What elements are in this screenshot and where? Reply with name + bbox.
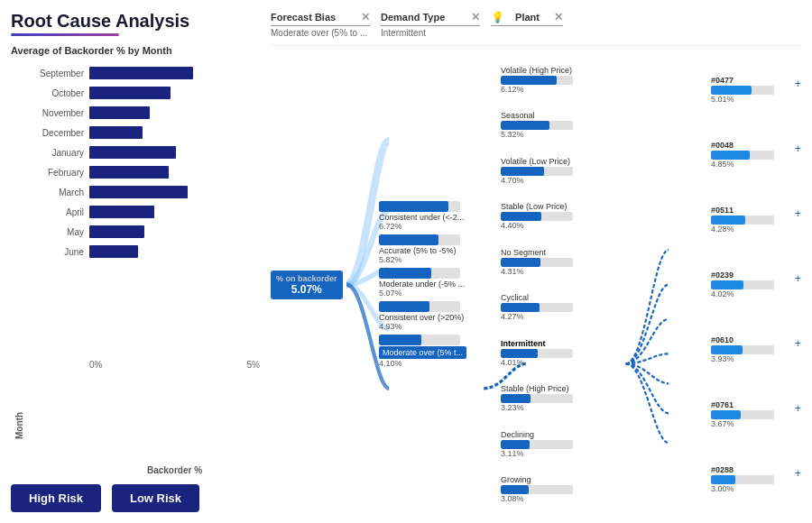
plant-node: #0048 4.85% + (711, 141, 792, 169)
demand-type-value: Intermittent (381, 28, 480, 38)
demand-type-node: Seasonal 5.32% (501, 111, 591, 139)
demand-type-filter: Demand Type ✕ Intermittent (381, 11, 480, 38)
bar-row: September (25, 63, 260, 83)
bar-row: June (25, 242, 260, 262)
bar-row: April (25, 202, 260, 222)
risk-buttons: High Risk Low Risk (11, 484, 263, 512)
title-underline (11, 33, 119, 36)
bar-row: December (25, 123, 260, 142)
plant-node-expand[interactable]: + (795, 467, 801, 480)
demand-type-node: Stable (Low Price) 4.40% (501, 202, 591, 230)
forecast-bias-nodes: Consistent under (<-2... 6.72% Accurate … (379, 57, 466, 512)
forecast-bias-filter: Forecast Bias ✕ Moderate over (5% to ... (271, 11, 370, 38)
demand-type-node: No Segment 4.31% (501, 248, 591, 276)
demand-type-nodes: Volatile (High Price) 6.12% Seasonal 5.3… (501, 57, 600, 512)
high-risk-button[interactable]: High Risk (11, 484, 101, 512)
fc-node: Consistent over (>20%) 4.93% (379, 301, 466, 331)
low-risk-button[interactable]: Low Risk (112, 484, 199, 512)
bar-row: March (25, 182, 260, 202)
demand-type-node: Declining 3.11% (501, 430, 591, 458)
fc-node: Consistent under (<-2... 6.72% (379, 201, 466, 231)
bar-row: May (25, 222, 260, 242)
x-tick-5: 5% (247, 360, 260, 370)
fc-node: Moderate under (-5% ... 5.07% (379, 268, 466, 298)
demand-type-node: Cyclical 4.27% (501, 293, 591, 321)
plant-node-expand[interactable]: + (795, 207, 801, 220)
demand-type-node: Volatile (Low Price) 4.70% (501, 157, 591, 185)
chart-title: Average of Backorder % by Month (11, 45, 263, 56)
sankey-area: % on backorder 5.07% Consistent under (<… (271, 57, 801, 512)
bar-row: January (25, 142, 260, 162)
plant-nodes: #0477 5.01% + #0048 4.85% + #0511 4.28% … (711, 57, 792, 512)
plant-close[interactable]: ✕ (554, 11, 563, 23)
center-node-label: % on backorder (276, 274, 337, 283)
forecast-bias-value: Moderate over (5% to ... (271, 28, 370, 38)
plant-node-expand[interactable]: + (795, 337, 801, 350)
center-node: % on backorder 5.07% (271, 271, 343, 299)
x-tick-0: 0% (89, 360, 102, 370)
demand-type-node: Volatile (High Price) 6.12% (501, 66, 591, 94)
plant-node-expand[interactable]: + (795, 78, 801, 90)
plant-node: #0511 4.28% + (711, 206, 792, 234)
x-axis: 0% 5% (25, 360, 260, 370)
plant-node-expand[interactable]: + (795, 142, 801, 155)
bar-row: February (25, 162, 260, 182)
page-title: Root Cause Analysis (11, 11, 263, 32)
center-node-value: 5.07% (276, 283, 337, 296)
forecast-bias-label: Forecast Bias (271, 12, 336, 23)
plant-filter: 💡 Plant ✕ (491, 11, 563, 26)
left-panel: Root Cause Analysis Average of Backorder… (11, 11, 263, 512)
plant-node: #0288 3.00% + (711, 465, 792, 493)
bar-row: November (25, 103, 260, 123)
demand-type-node: Intermittent 4.01% (501, 339, 591, 367)
plant-icon: 💡 (491, 11, 504, 23)
forecast-bias-close[interactable]: ✕ (361, 11, 370, 23)
plant-node: #0761 3.67% + (711, 400, 792, 428)
right-panel: Forecast Bias ✕ Moderate over (5% to ...… (271, 11, 801, 512)
fc-node: Moderate over (5% t... 4.10% (379, 335, 466, 368)
demand-type-node: Growing 3.08% (501, 475, 591, 503)
fc-node: Accurate (5% to -5%) 5.82% (379, 234, 466, 264)
y-axis-label: Month (14, 63, 24, 439)
bar-row: October (25, 83, 260, 103)
filter-bar: Forecast Bias ✕ Moderate over (5% to ...… (271, 11, 801, 46)
demand-type-label: Demand Type (381, 12, 445, 23)
plant-node: #0477 5.01% + (711, 76, 792, 104)
x-axis-label: Backorder % (25, 465, 260, 475)
plant-node-expand[interactable]: + (795, 272, 801, 285)
plant-node: #0610 3.93% + (711, 335, 792, 363)
bar-chart: September October November December Janu… (11, 63, 263, 475)
demand-type-node: Stable (High Price) 3.23% (501, 384, 591, 412)
plant-label: Plant (515, 12, 540, 23)
plant-node: #0239 4.02% + (711, 271, 792, 298)
plant-node-expand[interactable]: + (795, 402, 801, 415)
demand-type-close[interactable]: ✕ (471, 11, 480, 23)
